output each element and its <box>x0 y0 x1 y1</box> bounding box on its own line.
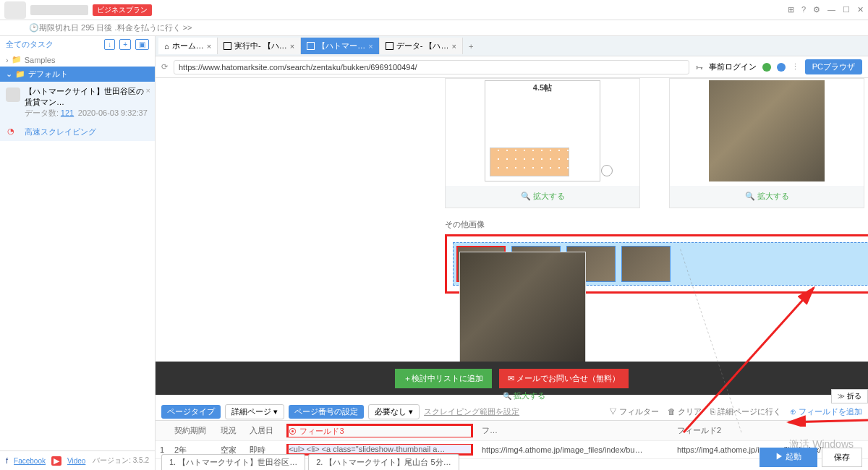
col-status[interactable]: 現況 <box>216 421 244 441</box>
tab-close-icon[interactable]: × <box>451 42 456 51</box>
fast-scraping-link[interactable]: ◔ 高速スクレイピング <box>0 123 155 141</box>
plan-badge: ビジネスプラン <box>93 4 152 16</box>
save-button[interactable]: 保存 <box>822 448 862 467</box>
document-icon <box>386 42 393 50</box>
clear-button[interactable]: 🗑 クリア <box>668 406 702 417</box>
tab-hatomark[interactable]: 【ハトマー…× <box>301 38 379 54</box>
import-icon[interactable]: + <box>119 39 131 50</box>
workflow-tab-2[interactable]: 2. 【ハトマークサイト】尾山台 5分… <box>308 454 459 470</box>
app-logo <box>4 1 26 19</box>
add-to-list-button[interactable]: ＋検討中リストに追加 <box>395 369 492 388</box>
enlarge-link-bottom[interactable]: 🔍 拡大する <box>503 390 545 401</box>
target-icon: ⦿ <box>289 427 297 436</box>
sidebar: 全てのタスク ↓ + ▣ ›📁Samples ⌄📁デフォルト 【ハトマークサイト… <box>0 36 156 470</box>
run-button[interactable]: ▶ 起動 <box>760 448 817 467</box>
maximize-icon[interactable]: ☐ <box>843 5 850 14</box>
page-num-button[interactable]: ページ番号の設定 <box>289 405 364 419</box>
status-green-icon <box>762 63 771 72</box>
expiry-text[interactable]: 期限切れ日 295 日後 .料金を払うに行く >> <box>39 22 192 33</box>
page-type-button[interactable]: ページタイプ <box>161 405 221 419</box>
tab-running[interactable]: 実行中- 【ハ…× <box>218 38 301 54</box>
robot-icon <box>6 87 20 102</box>
minimize-icon[interactable]: — <box>827 5 835 14</box>
help-icon[interactable]: ? <box>801 5 806 14</box>
floorplan-label: 4.5帖 <box>533 82 552 93</box>
tab-close-icon[interactable]: × <box>290 42 294 51</box>
property-photo <box>709 80 825 181</box>
enlarge-link[interactable]: 🔍拡大する <box>670 186 864 206</box>
scrape-area-link[interactable]: スクレイピング範囲を設定 <box>424 406 519 417</box>
page-num-select[interactable]: 必要なし ▾ <box>368 404 420 419</box>
task-title: 【ハトマークサイト】世田谷区の賃貸マン… <box>25 86 149 108</box>
main-area: ⌂ホーム…× 実行中- 【ハ…× 【ハトマー…× データ- 【ハ…× + ⟳ h… <box>156 36 868 470</box>
col-field3[interactable]: ⦿フィールド3 <box>282 421 477 441</box>
compass-icon <box>601 165 613 176</box>
new-task-icon[interactable]: ↓ <box>104 39 115 50</box>
tab-close-icon[interactable]: × <box>207 42 211 51</box>
folder-icon[interactable]: ▣ <box>135 39 149 50</box>
sidebar-item-samples[interactable]: ›📁Samples <box>0 53 155 67</box>
fold-button[interactable]: ≫ 折る <box>831 389 868 403</box>
prelogin-label[interactable]: 事前ログイン <box>709 61 757 72</box>
document-icon <box>307 42 315 50</box>
thumbnail-image[interactable] <box>621 246 671 282</box>
large-photo <box>459 252 586 364</box>
col-contract[interactable]: 契約期間 <box>170 421 216 441</box>
task-close-icon[interactable]: × <box>146 86 150 95</box>
menu-icon[interactable]: ⋮ <box>791 62 799 72</box>
all-tasks-label[interactable]: 全てのタスク <box>6 39 54 50</box>
document-icon <box>224 42 231 50</box>
clock-icon: 🕑 <box>29 23 39 33</box>
enlarge-link[interactable]: 🔍拡大する <box>446 186 639 206</box>
dashboard-icon[interactable]: ⊞ <box>788 5 794 14</box>
floorplan-panel: 4.5帖 🔍拡大する <box>445 78 640 208</box>
zoom-icon: 🔍 <box>745 192 755 201</box>
page-type-select[interactable]: 詳細ページ ▾ <box>225 404 284 419</box>
add-field-button[interactable]: ⊕ フィールドを追加 <box>790 406 862 417</box>
browser-viewport: 4.5帖 🔍拡大する 🔍拡大する その他画像 <box>156 78 868 470</box>
window-controls: ⊞ ? ⚙ — ☐ ✕ <box>788 5 864 14</box>
lock-icon: 🗝 <box>695 63 703 72</box>
video-link[interactable]: Video <box>67 457 85 465</box>
version-label: バージョン: 3.5.2 <box>93 456 149 466</box>
mail-inquiry-button[interactable]: ✉ メールでお問い合せ（無料） <box>499 369 629 388</box>
tab-bar: ⌂ホーム…× 実行中- 【ハ…× 【ハトマー…× データ- 【ハ…× + <box>156 36 868 56</box>
settings-icon[interactable]: ⚙ <box>813 5 820 14</box>
col-trunc[interactable]: フ… <box>477 421 673 441</box>
status-blue-icon <box>777 63 786 72</box>
workflow-tab-1[interactable]: 1. 【ハトマークサイト】世田谷区… <box>161 454 305 470</box>
task-card[interactable]: 【ハトマークサイト】世田谷区の賃貸マン… データ数: 121 2020-06-0… <box>0 82 155 123</box>
new-tab-button[interactable]: + <box>463 39 479 54</box>
tab-close-icon[interactable]: × <box>368 42 373 51</box>
task-meta: データ数: 121 2020-06-03 9:32:37 <box>25 108 149 119</box>
col-movein[interactable]: 入居日 <box>245 421 283 441</box>
dashboard-icon-small: ◔ <box>7 127 14 136</box>
address-input[interactable]: https://www.hatomarksite.com/search/zent… <box>174 60 689 74</box>
filter-button[interactable]: ▽ フィルター <box>609 406 659 417</box>
facebook-link[interactable]: Facebook <box>14 457 46 465</box>
tab-data[interactable]: データ- 【ハ…× <box>380 38 463 54</box>
floorplan-image: 4.5帖 <box>485 80 600 181</box>
app-title-mask <box>30 5 88 15</box>
sidebar-item-default[interactable]: ⌄📁デフォルト <box>0 67 155 82</box>
pc-browser-button[interactable]: PCブラウザ <box>805 59 862 74</box>
tab-home[interactable]: ⌂ホーム…× <box>158 38 218 54</box>
photo-panel: 🔍拡大する <box>669 78 864 208</box>
zoom-icon: 🔍 <box>521 192 531 201</box>
goto-detail-button[interactable]: ⎘ 詳細ページに行く <box>710 406 781 417</box>
close-icon[interactable]: ✕ <box>857 5 864 14</box>
config-toolbar: ページタイプ 詳細ページ ▾ ページ番号の設定 必要なし ▾ スクレイピング範囲… <box>156 403 868 421</box>
refresh-icon[interactable]: ⟳ <box>161 62 168 72</box>
other-images-title: その他画像 <box>445 219 868 230</box>
